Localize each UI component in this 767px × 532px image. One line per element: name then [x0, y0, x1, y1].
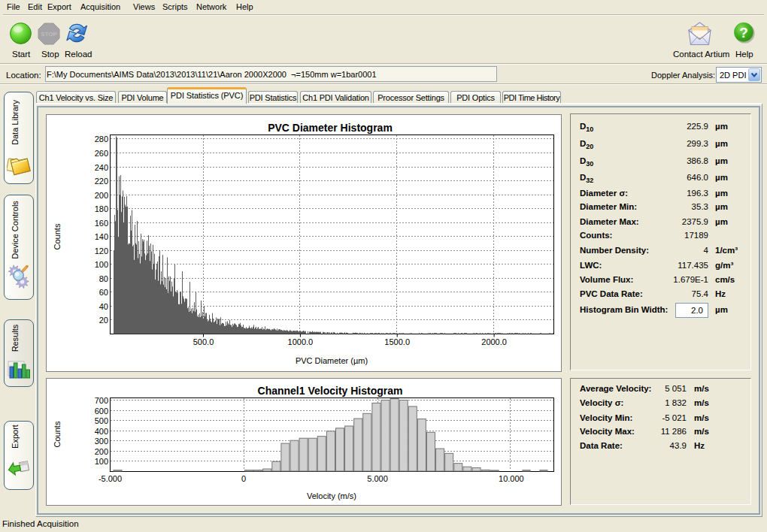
svg-text:Export: Export: [11, 425, 20, 449]
svg-text:260: 260: [95, 149, 108, 158]
svg-text:280: 280: [95, 135, 108, 144]
svg-text:40: 40: [99, 302, 108, 311]
svg-text:Velocity (m/s): Velocity (m/s): [307, 491, 356, 500]
svg-text:60: 60: [99, 288, 108, 297]
svg-text:500: 500: [95, 416, 108, 425]
svg-text:1000.0: 1000.0: [288, 337, 314, 346]
svg-text:Counts: Counts: [53, 421, 62, 447]
svg-text:Device Controls: Device Controls: [11, 201, 20, 259]
svg-text:2000.0: 2000.0: [481, 337, 507, 346]
svg-text:200: 200: [95, 447, 108, 456]
svg-text:STOP: STOP: [41, 31, 57, 38]
svg-text:200: 200: [95, 191, 108, 200]
svg-text:600: 600: [95, 407, 108, 416]
svg-text:PVC Diameter (µm): PVC Diameter (µm): [296, 356, 368, 365]
svg-text:140: 140: [95, 232, 108, 241]
svg-text:500.0: 500.0: [193, 337, 214, 346]
svg-text:100: 100: [95, 457, 108, 466]
svg-text:220: 220: [95, 177, 108, 186]
svg-text:300: 300: [95, 437, 108, 446]
svg-text:240: 240: [95, 163, 108, 172]
svg-text:Data Library: Data Library: [11, 100, 20, 145]
svg-text:Results: Results: [11, 324, 20, 352]
svg-text:PVC Diameter Histogram: PVC Diameter Histogram: [268, 122, 393, 134]
svg-text:-5.000: -5.000: [99, 474, 122, 483]
svg-text:1500.0: 1500.0: [384, 337, 410, 346]
svg-text:100: 100: [95, 260, 108, 269]
svg-text:5.000: 5.000: [367, 474, 388, 483]
svg-text:0: 0: [241, 474, 246, 483]
svg-text:180: 180: [95, 204, 108, 213]
svg-text:160: 160: [95, 219, 108, 228]
svg-text:Channel1 Velocity Histogram: Channel1 Velocity Histogram: [258, 385, 403, 397]
svg-text:10.000: 10.000: [499, 474, 524, 483]
svg-text:400: 400: [95, 427, 108, 436]
svg-text:Counts: Counts: [53, 223, 62, 249]
svg-text:80: 80: [99, 274, 108, 283]
svg-text:700: 700: [95, 396, 108, 405]
svg-text:20: 20: [99, 316, 108, 325]
svg-text:120: 120: [95, 246, 108, 255]
svg-text:?: ?: [739, 25, 748, 41]
